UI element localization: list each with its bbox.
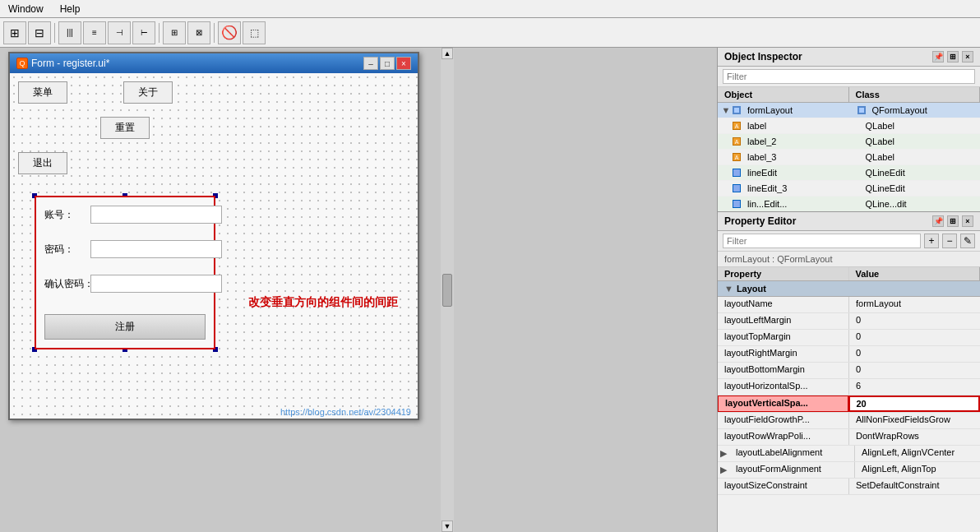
toolbar-btn-5[interactable]: ⊣ — [108, 21, 131, 44]
scroll-down-arrow[interactable]: ▼ — [441, 520, 453, 532]
obj-row-label3[interactable]: A label_3 QLabel — [718, 150, 980, 165]
prop-value-fieldgrowth[interactable]: AllNonFixedFieldsGrow — [849, 413, 980, 428]
annotation-text: 改变垂直方向的组件间的间距 — [248, 295, 398, 310]
toolbar-btn-6[interactable]: ⊢ — [132, 21, 155, 44]
property-editor-header: Property Editor 📌 ⊞ × — [718, 212, 980, 231]
prop-name-hspacing: layoutHorizontalSp... — [718, 379, 849, 395]
qt-window: Q Form - register.ui* – □ × 菜单 关于 重置 — [8, 52, 419, 420]
prop-header-icons: 📌 ⊞ × — [932, 215, 973, 227]
prop-row-hspacing[interactable]: layoutHorizontalSp... 6 — [718, 379, 980, 396]
prop-value-topmargin[interactable]: 0 — [849, 330, 980, 345]
prop-pin-icon[interactable]: 📌 — [932, 215, 944, 227]
prop-name-labelalign: layoutLabelAlignment — [729, 446, 855, 461]
obj-row-lineedit-more[interactable]: lin...Edit... QLine...dit — [718, 197, 980, 211]
obj-row-formlayout[interactable]: ▼ formLayout QFormLayout — [718, 103, 980, 118]
field-label-account: 账号： — [44, 208, 86, 222]
expand-formalign[interactable]: ▶ — [718, 462, 729, 478]
object-tree: Object Class ▼ formLayout QFormLayout — [718, 87, 980, 211]
reset-button[interactable]: 重置 — [100, 117, 150, 139]
toolbar-sep-2 — [159, 23, 159, 43]
toolbar-btn-10[interactable]: ⬚ — [243, 21, 266, 44]
prop-row-bottommargin[interactable]: layoutBottomMargin 0 — [718, 363, 980, 379]
scroll-up-arrow[interactable]: ▲ — [441, 48, 453, 59]
field-input-confirm[interactable] — [90, 275, 222, 293]
toolbar-sep-1 — [54, 23, 55, 43]
obj-name-formlayout: formLayout — [744, 105, 856, 115]
prop-value-leftmargin[interactable]: 0 — [849, 313, 980, 329]
prop-value-hspacing[interactable]: 6 — [849, 379, 980, 395]
qt-maximize-btn[interactable]: □ — [380, 57, 395, 70]
prop-row-rowwrap[interactable]: layoutRowWrapPoli... DontWrapRows — [718, 429, 980, 446]
object-inspector-header: Object Inspector 📌 ⊞ × — [718, 48, 980, 67]
prop-row-leftmargin[interactable]: layoutLeftMargin 0 — [718, 313, 980, 330]
prop-value-bottommargin[interactable]: 0 — [849, 363, 980, 378]
object-filter-input[interactable] — [723, 69, 975, 84]
menu-button[interactable]: 菜单 — [18, 81, 67, 104]
prop-name-layoutname: layoutName — [718, 297, 849, 312]
float-icon[interactable]: ⊞ — [947, 51, 959, 62]
qt-minimize-btn[interactable]: – — [363, 57, 378, 70]
toolbar-btn-8[interactable]: ⊠ — [187, 21, 210, 44]
qt-close-btn[interactable]: × — [396, 57, 411, 70]
pin-icon[interactable]: 📌 — [932, 51, 944, 62]
obj-row-label[interactable]: A label QLabel — [718, 118, 980, 134]
prop-row-fieldgrowth[interactable]: layoutFieldGrowthP... AllNonFixedFieldsG… — [718, 413, 980, 429]
toolbar-btn-1[interactable]: ⊞ — [3, 21, 26, 44]
prop-close-icon[interactable]: × — [962, 215, 973, 227]
menu-help[interactable]: Help — [57, 3, 84, 15]
prop-name-rightmargin: layoutRightMargin — [718, 346, 849, 362]
prop-value-layoutname[interactable]: formLayout — [849, 297, 980, 312]
obj-name-lineedit: lineEdit — [744, 168, 862, 178]
exit-button[interactable]: 退出 — [18, 152, 67, 174]
prop-remove-btn[interactable]: − — [942, 234, 957, 248]
scroll-thumb[interactable] — [442, 274, 452, 307]
close-panel-icon[interactable]: × — [962, 51, 973, 62]
prop-row-rightmargin[interactable]: layoutRightMargin 0 — [718, 346, 980, 363]
prop-row-labelalign[interactable]: ▶ layoutLabelAlignment AlignLeft, AlignV… — [718, 446, 980, 462]
qlineedit-icon — [731, 167, 742, 178]
prop-value-formalign[interactable]: AlignLeft, AlignTop — [855, 462, 980, 478]
toolbar-btn-2[interactable]: ⊟ — [28, 21, 51, 44]
toolbar-btn-4[interactable]: ≡ — [83, 21, 106, 44]
prop-row-formalign[interactable]: ▶ layoutFormAlignment AlignLeft, AlignTo… — [718, 462, 980, 479]
menu-window[interactable]: Window — [5, 3, 47, 15]
prop-row-topmargin[interactable]: layoutTopMargin 0 — [718, 330, 980, 346]
prop-name-topmargin: layoutTopMargin — [718, 330, 849, 345]
expand-labelalign[interactable]: ▶ — [718, 446, 729, 461]
field-row-password: 密码： — [44, 240, 206, 258]
object-tree-header: Object Class — [718, 87, 980, 103]
main-area: Q Form - register.ui* – □ × 菜单 关于 重置 — [0, 48, 980, 532]
prop-value-labelalign[interactable]: AlignLeft, AlignVCenter — [855, 446, 980, 461]
obj-row-lineedit[interactable]: lineEdit QLineEdit — [718, 165, 980, 181]
prop-name-fieldgrowth: layoutFieldGrowthP... — [718, 413, 849, 428]
prop-add-btn[interactable]: + — [924, 234, 939, 248]
object-inspector-title: Object Inspector — [724, 51, 802, 62]
object-filter-bar — [718, 67, 980, 87]
expand-formlayout[interactable]: ▼ — [721, 105, 731, 115]
qt-title-label: Form - register.ui* — [31, 58, 109, 69]
obj-row-lineedit3[interactable]: lineEdit_3 QLineEdit — [718, 181, 980, 197]
toolbar-btn-9[interactable]: 🚫 — [218, 21, 241, 44]
right-panel: Object Inspector 📌 ⊞ × Object Class ▼ — [717, 48, 980, 532]
toolbar-btn-3[interactable]: ||| — [58, 21, 81, 44]
field-input-account[interactable] — [90, 206, 222, 224]
prop-row-vspacing[interactable]: layoutVerticalSpa... 20 — [718, 396, 980, 413]
property-filter-input[interactable] — [723, 234, 921, 248]
obj-row-label2[interactable]: A label_2 QLabel — [718, 134, 980, 150]
prop-row-sizeconstraint[interactable]: layoutSizeConstraint SetDefaultConstrain… — [718, 479, 980, 495]
property-table-header: Property Value — [718, 267, 980, 281]
field-input-password[interactable] — [90, 240, 222, 258]
prop-row-layoutname[interactable]: layoutName formLayout — [718, 297, 980, 313]
prop-edit-btn[interactable]: ✎ — [960, 234, 975, 248]
prop-float-icon[interactable]: ⊞ — [947, 215, 959, 227]
prop-value-rowwrap[interactable]: DontWrapRows — [849, 429, 980, 445]
prop-value-vspacing[interactable]: 20 — [848, 396, 981, 412]
prop-name-leftmargin: layoutLeftMargin — [718, 313, 849, 329]
toolbar-sep-3 — [214, 23, 215, 43]
prop-value-rightmargin[interactable]: 0 — [849, 346, 980, 362]
toolbar-btn-7[interactable]: ⊞ — [163, 21, 186, 44]
top-buttons-row: 菜单 关于 — [18, 81, 409, 104]
register-button[interactable]: 注册 — [44, 314, 206, 340]
prop-value-sizeconstraint[interactable]: SetDefaultConstraint — [849, 479, 980, 494]
about-button[interactable]: 关于 — [123, 81, 173, 104]
